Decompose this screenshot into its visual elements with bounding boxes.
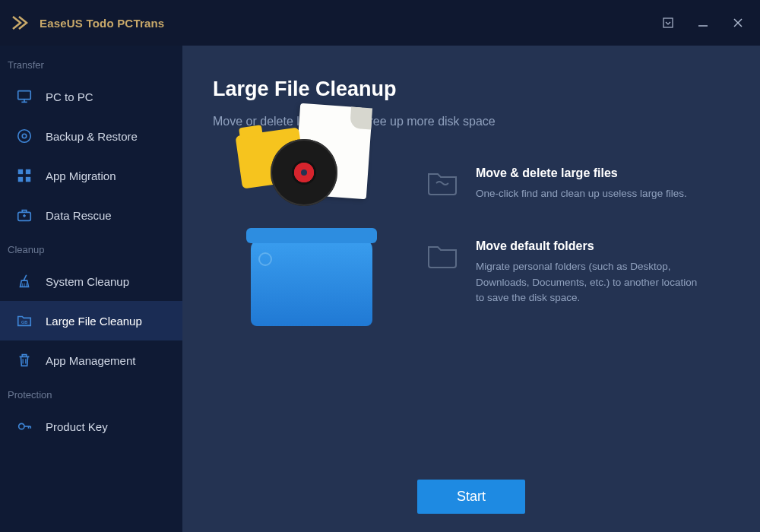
sidebar-item-app-migration[interactable]: App Migration [0, 156, 182, 195]
cleanup-illustration [236, 166, 388, 326]
sidebar-item-label: Large File Cleanup [46, 315, 142, 328]
minimize-icon[interactable] [696, 16, 710, 30]
sidebar-item-label: Product Key [46, 420, 108, 433]
svg-rect-11 [18, 177, 23, 182]
section-label-protection: Protection [0, 380, 182, 407]
sidebar-item-label: App Migration [46, 169, 116, 182]
grid-icon [15, 166, 33, 185]
briefcase-icon [15, 206, 33, 224]
sidebar-item-label: PC to PC [46, 90, 93, 103]
main-panel: Large File Cleanup Move or delete large … [182, 46, 760, 532]
dropdown-icon[interactable] [661, 16, 675, 30]
sidebar-item-large-file-cleanup[interactable]: GB Large File Cleanup [0, 301, 182, 340]
app-title: EaseUS Todo PCTrans [40, 17, 164, 30]
broom-icon [15, 272, 33, 290]
feature-desc: One-click find and clean up useless larg… [476, 186, 687, 201]
feature-title: Move & delete large files [476, 166, 687, 180]
svg-text:GB: GB [21, 320, 27, 325]
feature-list: Move & delete large files One-click find… [426, 159, 730, 306]
window-controls [661, 16, 749, 30]
sidebar-item-system-cleanup[interactable]: System Cleanup [0, 261, 182, 301]
sidebar-item-app-management[interactable]: App Management [0, 340, 182, 380]
feature-title: Move default folders [476, 239, 704, 253]
section-label-cleanup: Cleanup [0, 235, 182, 261]
section-label-transfer: Transfer [0, 50, 182, 77]
sidebar-item-label: Data Rescue [46, 209, 112, 222]
monitor-icon [15, 87, 33, 106]
disc-icon [15, 127, 33, 145]
sidebar-item-label: Backup & Restore [46, 130, 138, 143]
svg-rect-10 [26, 169, 30, 174]
logo-icon [11, 12, 32, 33]
sidebar: Transfer PC to PC Backup & Restore App M… [0, 46, 182, 532]
content-row: Move & delete large files One-click find… [213, 159, 730, 326]
close-icon[interactable] [731, 16, 745, 30]
sidebar-item-product-key[interactable]: Product Key [0, 407, 182, 446]
feature-move-delete: Move & delete large files One-click find… [426, 166, 730, 201]
svg-point-22 [19, 423, 24, 429]
trash-icon [15, 351, 33, 369]
start-button[interactable]: Start [417, 480, 525, 514]
folder-sweep-icon [426, 166, 459, 197]
svg-point-7 [18, 130, 31, 143]
feature-desc: Migrate personal folders (such as Deskto… [476, 259, 704, 306]
sidebar-item-label: System Cleanup [46, 275, 129, 288]
page-title: Large File Cleanup [213, 78, 730, 101]
svg-rect-4 [18, 91, 31, 100]
svg-point-8 [22, 134, 27, 138]
sidebar-item-pc-to-pc[interactable]: PC to PC [0, 77, 182, 116]
page-subtitle: Move or delete large files to free up mo… [213, 115, 730, 128]
sidebar-item-backup-restore[interactable]: Backup & Restore [0, 116, 182, 156]
titlebar: EaseUS Todo PCTrans [0, 0, 760, 46]
sidebar-item-label: App Management [46, 354, 135, 367]
svg-rect-0 [663, 18, 673, 27]
sidebar-item-data-rescue[interactable]: Data Rescue [0, 195, 182, 235]
key-icon [15, 417, 33, 435]
svg-rect-12 [26, 177, 30, 182]
folder-gb-icon: GB [15, 312, 33, 330]
svg-rect-9 [18, 169, 23, 174]
feature-move-folders: Move default folders Migrate personal fo… [426, 239, 730, 306]
app-logo: EaseUS Todo PCTrans [11, 12, 164, 33]
folder-icon [426, 239, 459, 270]
